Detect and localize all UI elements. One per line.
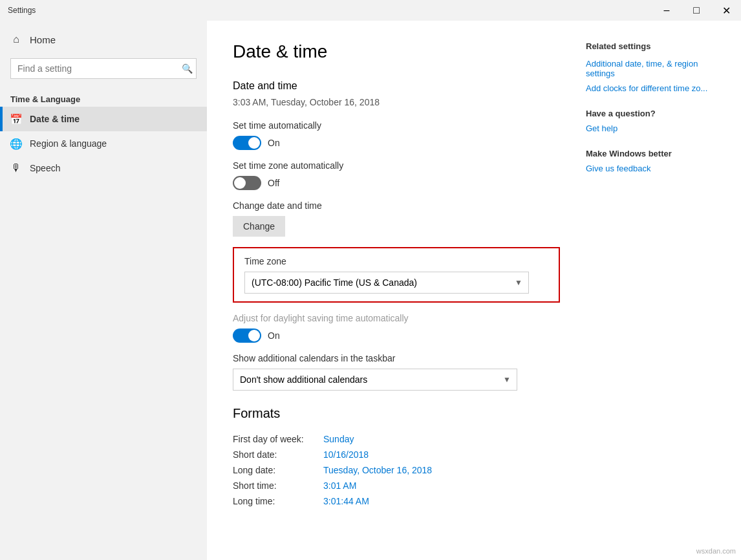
first-day-label: First day of week: <box>233 431 323 447</box>
short-time-label: Short time: <box>233 478 323 493</box>
page-title: Date & time <box>233 41 560 62</box>
get-help-link[interactable]: Get help <box>586 124 715 133</box>
main-content: Date & time Date and time 3:03 AM, Tuesd… <box>207 21 741 560</box>
set-timezone-auto-label: Set time zone automatically <box>233 160 560 171</box>
related-settings-title: Related settings <box>586 41 715 51</box>
make-windows-better-section: Make Windows better Give us feedback <box>586 149 715 173</box>
toggle-knob <box>248 137 260 149</box>
sidebar-item-region[interactable]: 🌐 Region & language <box>0 131 207 156</box>
minimize-button[interactable]: – <box>652 0 682 21</box>
short-date-label: Short date: <box>233 447 323 462</box>
watermark: wsxdan.com <box>696 547 736 555</box>
timezone-dropdown-wrapper: (UTC-08:00) Pacific Time (US & Canada) ▼ <box>244 272 529 294</box>
set-time-auto-label: Set time automatically <box>233 120 560 131</box>
search-icon-button[interactable]: 🔍 <box>182 63 193 74</box>
sidebar-home-item[interactable]: ⌂ Home <box>0 26 207 53</box>
formats-title: Formats <box>233 406 560 421</box>
have-question-title: Have a question? <box>586 109 715 118</box>
additional-calendars-label: Show additional calendars in the taskbar <box>233 353 560 363</box>
adjust-dst-row: Adjust for daylight saving time automati… <box>233 313 560 343</box>
maximize-button[interactable]: □ <box>682 0 711 21</box>
additional-calendars-row: Show additional calendars in the taskbar… <box>233 353 560 391</box>
formats-table: First day of week: Sunday Short date: 10… <box>233 431 432 509</box>
region-icon: 🌐 <box>10 138 22 149</box>
calendars-dropdown-wrapper: Don't show additional calendars ▼ <box>233 369 517 391</box>
adjust-dst-label: Adjust for daylight saving time automati… <box>233 313 560 323</box>
related-settings-section: Related settings Additional date, time, … <box>586 41 715 93</box>
set-timezone-auto-row: Set time zone automatically Off <box>233 160 560 190</box>
section-date-time: Date and time <box>233 80 560 92</box>
app-title: Settings <box>8 6 36 15</box>
sidebar-item-label-speech: Speech <box>30 163 60 173</box>
sidebar: ⌂ Home 🔍 Time & Language 📅 Date & time 🌐… <box>0 21 207 560</box>
date-time-icon: 📅 <box>10 113 22 125</box>
short-date-value: 10/16/2018 <box>323 447 432 462</box>
long-time-value: 3:01:44 AM <box>323 493 432 509</box>
content-left: Date & time Date and time 3:03 AM, Tuesd… <box>233 41 560 539</box>
formats-section: Formats First day of week: Sunday Short … <box>233 406 560 509</box>
app-container: ⌂ Home 🔍 Time & Language 📅 Date & time 🌐… <box>0 21 741 560</box>
calendars-dropdown[interactable]: Don't show additional calendars <box>233 369 517 391</box>
timezone-label: Time zone <box>244 256 548 266</box>
table-row: Short time: 3:01 AM <box>233 478 432 493</box>
sidebar-item-label-region: Region & language <box>30 138 107 149</box>
search-container: 🔍 <box>10 58 197 79</box>
change-datetime-row: Change date and time Change <box>233 200 560 237</box>
set-timezone-auto-toggle-row: Off <box>233 176 560 190</box>
table-row: Long time: 3:01:44 AM <box>233 493 432 509</box>
window-controls: – □ ✕ <box>652 0 741 21</box>
toggle-knob-2 <box>234 177 246 189</box>
give-feedback-link[interactable]: Give us feedback <box>586 164 715 173</box>
set-timezone-auto-toggle[interactable] <box>233 176 261 190</box>
first-day-value: Sunday <box>323 431 432 447</box>
change-datetime-button[interactable]: Change <box>233 216 285 237</box>
have-question-section: Have a question? Get help <box>586 109 715 133</box>
make-windows-title: Make Windows better <box>586 149 715 158</box>
long-date-value: Tuesday, October 16, 2018 <box>323 462 432 478</box>
search-input[interactable] <box>10 58 197 79</box>
set-timezone-auto-state: Off <box>268 178 279 188</box>
set-time-auto-row: Set time automatically On <box>233 120 560 150</box>
speech-icon: 🎙 <box>10 162 22 174</box>
long-date-label: Long date: <box>233 462 323 478</box>
adjust-dst-toggle-row: On <box>233 328 560 343</box>
sidebar-item-speech[interactable]: 🎙 Speech <box>0 156 207 180</box>
timezone-box: Time zone (UTC-08:00) Pacific Time (US &… <box>233 247 560 303</box>
title-bar: Settings – □ ✕ <box>0 0 741 21</box>
close-button[interactable]: ✕ <box>711 0 741 21</box>
toggle-knob-3 <box>248 330 260 341</box>
additional-settings-link[interactable]: Additional date, time, & region settings <box>586 59 715 78</box>
home-icon: ⌂ <box>10 34 22 45</box>
change-datetime-label: Change date and time <box>233 200 560 211</box>
sidebar-item-label-date-time: Date & time <box>30 114 80 124</box>
current-datetime: 3:03 AM, Tuesday, October 16, 2018 <box>233 97 560 107</box>
set-time-auto-toggle[interactable] <box>233 136 261 150</box>
table-row: Long date: Tuesday, October 16, 2018 <box>233 462 432 478</box>
sidebar-section-label: Time & Language <box>0 89 207 107</box>
long-time-label: Long time: <box>233 493 323 509</box>
table-row: Short date: 10/16/2018 <box>233 447 432 462</box>
content-right: Related settings Additional date, time, … <box>586 41 715 539</box>
short-time-value: 3:01 AM <box>323 478 432 493</box>
table-row: First day of week: Sunday <box>233 431 432 447</box>
set-time-auto-toggle-row: On <box>233 136 560 150</box>
add-clocks-link[interactable]: Add clocks for different time zo... <box>586 83 715 93</box>
sidebar-home-label: Home <box>30 34 56 45</box>
set-time-auto-state: On <box>268 138 280 148</box>
sidebar-item-date-time[interactable]: 📅 Date & time <box>0 107 207 131</box>
adjust-dst-state: On <box>268 330 280 341</box>
adjust-dst-toggle[interactable] <box>233 328 261 343</box>
timezone-dropdown[interactable]: (UTC-08:00) Pacific Time (US & Canada) <box>244 272 529 294</box>
